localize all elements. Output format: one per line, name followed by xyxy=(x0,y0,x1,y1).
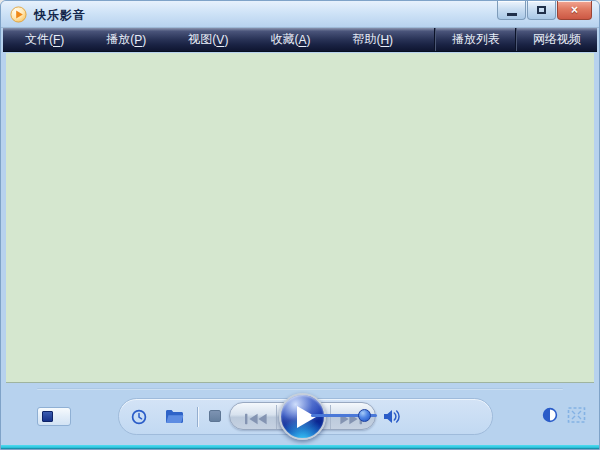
player-window: 快乐影音 × 文件(F) 播放(P) 视图(V) 收藏(A) 帮助(H) 播放列… xyxy=(0,0,600,450)
volume-icon xyxy=(383,408,402,425)
controlbar-groove xyxy=(37,388,563,390)
volume-slider[interactable] xyxy=(311,414,377,417)
menu-item-file[interactable]: 文件(F) xyxy=(13,28,76,51)
mini-mode-icon xyxy=(42,411,53,422)
window-controls: × xyxy=(497,1,592,20)
mini-mode-button[interactable] xyxy=(37,407,71,426)
transport-divider xyxy=(330,405,331,429)
minimize-icon xyxy=(507,13,517,16)
stop-icon xyxy=(209,410,221,422)
maximize-icon xyxy=(537,6,546,14)
play-icon xyxy=(295,405,317,429)
close-button[interactable]: × xyxy=(557,1,592,20)
folder-icon xyxy=(165,409,184,424)
maximize-button[interactable] xyxy=(527,1,556,20)
close-icon: × xyxy=(571,3,578,17)
open-file-button[interactable] xyxy=(165,409,184,424)
menu-item-view[interactable]: 视图(V) xyxy=(176,28,240,51)
history-button[interactable] xyxy=(130,408,147,425)
previous-icon xyxy=(244,413,269,425)
window-title: 快乐影音 xyxy=(34,7,86,24)
menu-item-favorites[interactable]: 收藏(A) xyxy=(258,28,322,51)
menu-item-play[interactable]: 播放(P) xyxy=(94,28,158,51)
menu-item-playlist[interactable]: 播放列表 xyxy=(436,28,516,51)
minimize-button[interactable] xyxy=(497,1,526,20)
fullscreen-icon xyxy=(567,406,586,424)
controls-divider xyxy=(197,407,198,427)
menubar: 文件(F) 播放(P) 视图(V) 收藏(A) 帮助(H) 播放列表 网络视频 xyxy=(3,28,597,52)
transport-divider xyxy=(276,405,277,429)
fullscreen-button[interactable] xyxy=(567,406,586,424)
control-bar xyxy=(6,384,594,446)
stop-button[interactable] xyxy=(208,409,222,423)
app-logo-icon xyxy=(10,6,27,23)
mute-button[interactable] xyxy=(383,408,402,425)
contrast-button[interactable] xyxy=(542,407,558,423)
menu-right: 播放列表 网络视频 xyxy=(435,28,597,51)
video-screen xyxy=(6,53,594,383)
titlebar[interactable]: 快乐影音 × xyxy=(1,1,599,28)
clock-icon xyxy=(131,409,147,425)
right-icons xyxy=(542,406,586,424)
contrast-icon xyxy=(542,407,558,423)
menu-left: 文件(F) 播放(P) 视图(V) 收藏(A) 帮助(H) xyxy=(3,28,423,51)
menu-item-help[interactable]: 帮助(H) xyxy=(340,28,405,51)
previous-button[interactable] xyxy=(244,411,269,429)
menu-item-online-video[interactable]: 网络视频 xyxy=(517,28,597,51)
